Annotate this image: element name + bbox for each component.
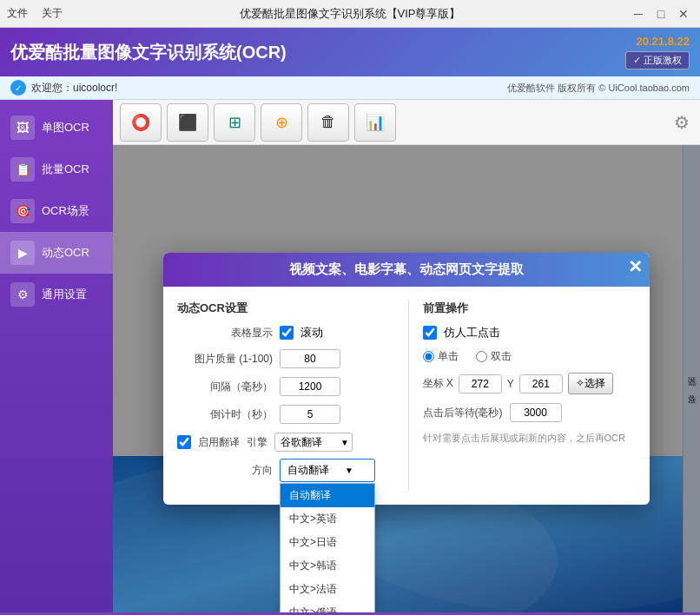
countdown-input[interactable]: [280, 405, 340, 424]
coord-y-label: Y: [507, 378, 514, 390]
dropdown-item-5[interactable]: 中文>俄语: [281, 601, 374, 612]
genuine-button[interactable]: ✓ 正版激权: [625, 51, 690, 69]
copyright-text: 优爱酷软件 版权所有 © UiCool.taobao.com: [507, 82, 690, 95]
engine-select[interactable]: 谷歌翻译百度翻译有道翻译: [274, 433, 353, 452]
image-quality-row: 图片质量 (1-100): [177, 349, 391, 368]
header-right: 20.21.8.22 ✓ 正版激权: [625, 35, 690, 69]
tool-button-1[interactable]: ⭕: [120, 103, 162, 142]
sidebar-item-label: 单图OCR: [42, 120, 89, 136]
app-title: 优爱酷批量图像文字识别系统(OCR): [10, 41, 287, 64]
app-header: 优爱酷批量图像文字识别系统(OCR) 20.21.8.22 ✓ 正版激权: [0, 28, 700, 76]
sidebar-item-label: 通用设置: [42, 287, 87, 302]
tool-icon-2: ⬛: [178, 113, 197, 132]
interval-row: 间隔（毫秒）: [177, 377, 391, 396]
batch-ocr-icon: 📋: [10, 157, 35, 182]
ocr-scene-icon: 🎯: [10, 199, 35, 223]
table-display-checkbox[interactable]: [280, 326, 294, 340]
menu-file[interactable]: 文件: [7, 6, 28, 21]
direction-row: 方向 自动翻译 ▼ 自动翻译 中文>英语: [177, 459, 391, 482]
tool-icon-4: ⊕: [275, 113, 288, 132]
tool-icon-5: 🗑: [320, 113, 336, 131]
welcome-bar: ✓ 欢迎您：uicoolocr! 优爱酷软件 版权所有 © UiCool.tao…: [0, 76, 700, 100]
modal-right-section: 前置操作 仿人工点击 单击: [408, 301, 637, 491]
table-display-row: 表格显示 滚动: [177, 325, 391, 341]
table-display-value: 滚动: [300, 325, 323, 341]
single-click-radio[interactable]: [423, 351, 434, 362]
tool-button-2[interactable]: ⬛: [167, 103, 208, 142]
sidebar-item-label: 批量OCR: [42, 162, 89, 177]
double-click-radio[interactable]: [476, 351, 487, 362]
sidebar-item-batch-ocr[interactable]: 📋 批量OCR: [0, 149, 113, 190]
translate-enable-label: 启用翻译: [198, 435, 240, 450]
title-bar-menus: 文件 关于: [7, 6, 63, 21]
tool-icon-3: ⊞: [228, 113, 241, 132]
click-type-radio-group: 单击 双击: [423, 349, 637, 364]
dropdown-item-4[interactable]: 中文>法语: [281, 578, 374, 601]
sidebar-item-label: 动态OCR: [42, 245, 89, 261]
hint-text: 针对需要点击后展现或刷新的内容，之后再OCR: [423, 431, 637, 446]
welcome-left: ✓ 欢迎您：uicoolocr!: [10, 80, 117, 96]
modal-dialog: 视频文案、电影字幕、动态网页文字提取 ✕ 动态OCR设置 表格显示: [163, 253, 650, 505]
countdown-label: 倒计时（秒）: [177, 407, 273, 422]
version-badge: 20.21.8.22: [637, 35, 690, 48]
menu-about[interactable]: 关于: [42, 6, 63, 21]
tool-button-6[interactable]: 📊: [354, 103, 396, 142]
modal-left-section: 动态OCR设置 表格显示 滚动 图片质量 (1-100): [177, 301, 391, 491]
dropdown-item-1[interactable]: 中文>英语: [281, 507, 374, 531]
image-quality-label: 图片质量 (1-100): [177, 352, 273, 367]
table-display-label: 表格显示: [177, 326, 273, 341]
wait-row: 点击后等待(毫秒): [423, 403, 637, 422]
modal-close-button[interactable]: ✕: [628, 258, 643, 275]
dropdown-item-3[interactable]: 中文>韩语: [281, 554, 374, 578]
countdown-row: 倒计时（秒）: [177, 405, 391, 424]
image-quality-input[interactable]: [280, 349, 340, 368]
double-click-radio-label[interactable]: 双击: [476, 349, 512, 364]
engine-label: 引擎: [247, 435, 267, 450]
tool-button-3[interactable]: ⊞: [214, 103, 255, 142]
welcome-text: 欢迎您：uicoolocr!: [31, 81, 117, 96]
single-click-radio-label[interactable]: 单击: [423, 349, 459, 364]
tool-icon-6: 📊: [366, 113, 385, 132]
human-click-row: 仿人工点击: [423, 325, 637, 341]
general-settings-icon: ⚙: [10, 282, 35, 307]
coord-x-label: 坐标 X: [423, 376, 453, 391]
translate-checkbox[interactable]: [177, 435, 191, 449]
single-click-text: 单击: [438, 349, 459, 364]
sidebar-item-dynamic-ocr[interactable]: ▶ 动态OCR: [0, 232, 113, 274]
tool-button-5[interactable]: 🗑: [307, 103, 349, 142]
modal-body: 动态OCR设置 表格显示 滚动 图片质量 (1-100): [163, 287, 650, 505]
welcome-icon: ✓: [10, 80, 26, 96]
coord-y-input[interactable]: [519, 374, 563, 393]
close-button[interactable]: ✕: [674, 4, 693, 23]
sidebar-item-general-settings[interactable]: ⚙ 通用设置: [0, 274, 113, 315]
wait-label: 点击后等待(毫秒): [423, 406, 503, 420]
settings-gear-icon[interactable]: ⚙: [670, 109, 693, 136]
main-layout: 🖼 单图OCR 📋 批量OCR 🎯 OCR场景 ▶ 动态OCR ⚙ 通用设置 ⭕: [0, 100, 700, 612]
double-click-text: 双击: [491, 349, 512, 364]
select-area-button[interactable]: ✧选择: [568, 373, 613, 394]
sidebar-item-single-ocr[interactable]: 🖼 单图OCR: [0, 107, 113, 149]
window-controls: ─ □ ✕: [629, 4, 693, 23]
modal-title-bar: 视频文案、电影字幕、动态网页文字提取 ✕: [163, 253, 650, 287]
minimize-button[interactable]: ─: [629, 4, 648, 23]
modal-overlay: 视频文案、电影字幕、动态网页文字提取 ✕ 动态OCR设置 表格显示: [113, 145, 700, 612]
right-section-title: 前置操作: [423, 301, 637, 316]
left-section-title: 动态OCR设置: [177, 301, 391, 316]
window-title: 优爱酷批星图像文字识别系统【VIP尊享版】: [240, 6, 461, 22]
coord-x-input[interactable]: [459, 374, 502, 393]
human-click-checkbox[interactable]: [423, 326, 437, 340]
content-area: ⭕ ⬛ ⊞ ⊕ 🗑 📊 ⚙: [113, 100, 700, 612]
direction-arrow-icon: ▼: [345, 466, 353, 475]
wait-input[interactable]: [510, 403, 562, 422]
dropdown-item-2[interactable]: 中文>日语: [281, 531, 374, 554]
direction-select-trigger[interactable]: 自动翻译 ▼: [280, 459, 375, 482]
toolbar-strip: ⭕ ⬛ ⊞ ⊕ 🗑 📊 ⚙: [113, 100, 700, 145]
dropdown-item-0[interactable]: 自动翻译: [281, 484, 374, 507]
modal-title-text: 视频文案、电影字幕、动态网页文字提取: [289, 261, 524, 276]
restore-button[interactable]: □: [651, 4, 670, 23]
direction-dropdown-list: 自动翻译 中文>英语 中文>日语 中文>韩语 中文>法语 中文>俄语 中文>西语…: [280, 483, 375, 612]
tool-button-4[interactable]: ⊕: [261, 103, 302, 142]
interval-input[interactable]: [280, 377, 340, 396]
sidebar-item-ocr-scene[interactable]: 🎯 OCR场景: [0, 190, 113, 232]
direction-selected-value: 自动翻译: [287, 463, 329, 478]
